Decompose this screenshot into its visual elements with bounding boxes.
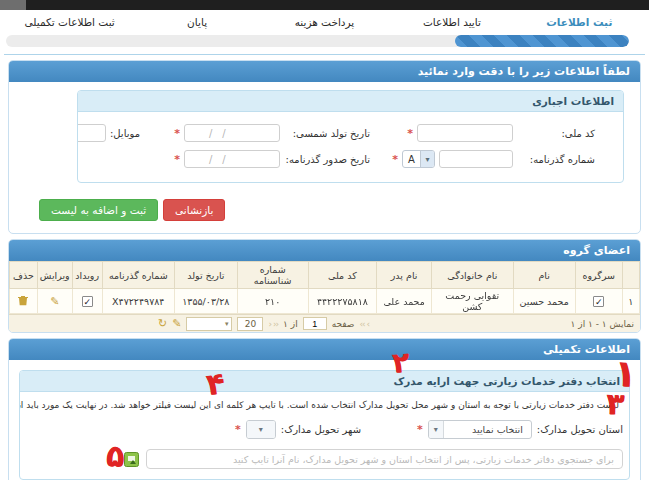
panel-required-info: لطفاً اطلاعات زیر را با دقت وارد نمائید …: [8, 60, 641, 234]
wizard-step-payment[interactable]: پرداخت هزینه: [261, 16, 388, 28]
required-asterisk: *: [174, 153, 180, 166]
passport-number-label: شماره گذرنامه:: [517, 154, 595, 165]
panel-group-title: اعضای گروه: [9, 240, 640, 261]
wizard-step-register-info[interactable]: ثبت اطلاعات: [516, 16, 643, 28]
col-last-name: نام خانوادگی: [432, 262, 513, 289]
required-asterisk: *: [407, 127, 413, 140]
table-pager: نمایش ۱ - ۱ از ۱ › ›› صفحه از ۱ ‹‹ ‹ 20 …: [9, 314, 640, 332]
national-id-label: کد ملی:: [517, 128, 595, 139]
pager-refresh-icon[interactable]: ↻: [158, 318, 167, 329]
col-certificate-no: شماره شناسنامه: [237, 262, 308, 289]
pager-page-label: صفحه: [332, 319, 355, 329]
wizard-progress-track: [6, 35, 629, 47]
passport-no-cell: X۴۷۲۲۴۹۷۸۴: [102, 289, 174, 314]
event-checkbox[interactable]: ✓: [82, 296, 93, 307]
col-passport-no: شماره گذرنامه: [102, 262, 174, 289]
field-passport-number: شماره گذرنامه: ▾ A *: [370, 150, 595, 168]
city-select[interactable]: ▾: [246, 420, 276, 439]
birth-date-input[interactable]: [184, 124, 280, 142]
mobile-label: موبایل:: [110, 128, 140, 139]
subpanel-mandatory: اطلاعات اجباری کد ملی: * تاریخ تولد شمسی…: [77, 90, 624, 183]
father-name-cell: محمد علی: [377, 289, 432, 314]
wizard-step-complementary-info[interactable]: ثبت اطلاعات تکمیلی: [6, 16, 133, 28]
wizard-step-finish[interactable]: پایان: [133, 16, 260, 28]
passport-number-input[interactable]: [439, 150, 513, 168]
panel-required-title: لطفاً اطلاعات زیر را با دقت وارد نمائید: [9, 61, 640, 82]
reset-button[interactable]: بازنشانی: [163, 199, 225, 221]
field-birth-date: تاریخ تولد شمسی: *: [140, 124, 370, 142]
col-event: رویداد: [72, 262, 102, 289]
national-id-input[interactable]: [417, 124, 513, 142]
birth-date-label: تاریخ تولد شمسی:: [284, 128, 370, 139]
pager-next-icon[interactable]: › ››: [360, 319, 370, 329]
office-search-input[interactable]: [146, 449, 623, 469]
province-label: استان تحویل مدارک:: [537, 424, 623, 435]
passport-issue-date-input[interactable]: [184, 150, 280, 168]
row-number-cell: ۱: [622, 289, 639, 314]
chevron-down-icon: ▾: [420, 151, 434, 167]
chevron-down-icon: ▾: [247, 421, 275, 438]
delete-row-icon[interactable]: [18, 295, 28, 306]
col-delete: حذف: [10, 262, 38, 289]
divider: [4, 54, 645, 55]
required-asterisk: *: [174, 127, 180, 140]
col-birth-date: تاریخ تولد: [174, 262, 237, 289]
pager-empty-select[interactable]: ▾: [186, 317, 232, 331]
field-national-id: کد ملی: *: [370, 124, 595, 142]
pager-page-input[interactable]: [303, 317, 327, 330]
pager-page-size-select[interactable]: 20: [237, 317, 263, 331]
table-header-row: سرگروه نام نام خانوادگی نام پدر کد ملی ش…: [10, 262, 640, 289]
passport-prefix-select[interactable]: ▾ A: [402, 150, 435, 168]
top-bar-corner: [0, 0, 26, 10]
panel-group-members: اعضای گروه سرگروه نام نام خانوادگی نام پ…: [8, 239, 641, 333]
birth-date-cell: ۱۳۵۵/۰۳/۲۸: [174, 289, 237, 314]
progress-fill: [455, 35, 629, 47]
first-name-cell: محمد حسین: [513, 289, 575, 314]
province-select[interactable]: انتخاب نمایید ▾: [428, 420, 532, 439]
mobile-input[interactable]: [77, 124, 106, 142]
panel-complementary-title: اطلاعات تکمیلی: [9, 339, 640, 360]
pager-showing-text: نمایش ۱ - ۱ از ۱: [571, 319, 634, 329]
submit-add-to-list-button[interactable]: ثبت و اضافه به لیست: [39, 199, 158, 221]
field-passport-issue-date: تاریخ صدور گذرنامه: *: [140, 150, 370, 168]
pager-edit-icon[interactable]: ✎: [172, 318, 181, 329]
table-row[interactable]: ۱ ✓ محمد حسین تقوایی رحمت کشن محمد علی ۴…: [10, 289, 640, 314]
chevron-down-icon: ▾: [429, 421, 444, 438]
city-label: شهر تحویل مدارک:: [281, 424, 361, 435]
required-asterisk: *: [417, 423, 423, 436]
pager-of-label: از ۱: [283, 319, 298, 329]
col-first-name: نام: [513, 262, 575, 289]
col-father-name: نام پدر: [377, 262, 432, 289]
col-row-number: [622, 262, 639, 289]
col-group-leader: سرگروه: [575, 262, 622, 289]
passport-issue-date-label: تاریخ صدور گذرنامه:: [284, 154, 370, 165]
panel-complementary-info: اطلاعات تکمیلی انتخاب دفتر خدمات زیارتی …: [8, 338, 641, 480]
wizard-step-confirm-info[interactable]: تایید اطلاعات: [388, 16, 515, 28]
browser-top-bar: [0, 0, 649, 10]
export-excel-icon[interactable]: [124, 452, 139, 467]
pager-prev-icon[interactable]: ‹‹ ‹: [268, 319, 278, 329]
edit-row-icon[interactable]: ✎: [50, 296, 59, 307]
required-asterisk: *: [392, 153, 398, 166]
group-members-table: سرگروه نام نام خانوادگی نام پدر کد ملی ش…: [9, 261, 640, 314]
chevron-down-icon: ▾: [225, 320, 229, 328]
mandatory-section-title: اطلاعات اجباری: [78, 91, 623, 112]
last-name-cell: تقوایی رحمت کشن: [432, 289, 513, 314]
office-help-text: لیست دفتر خدمات زیارتی با توجه به استان …: [20, 392, 629, 412]
subpanel-office-select: انتخاب دفتر خدمات زیارتی جهت ارایه مدرک …: [19, 370, 630, 480]
certificate-no-cell: ۲۱۰: [237, 289, 308, 314]
passport-prefix-value: A: [403, 154, 420, 165]
field-mobile: موبایل: *: [77, 124, 140, 142]
required-asterisk: *: [235, 423, 241, 436]
national-id-cell: ۴۴۲۲۲۷۵۸۱۸: [308, 289, 377, 314]
wizard-steps: ثبت اطلاعات تایید اطلاعات پرداخت هزینه پ…: [0, 16, 649, 28]
province-select-value: انتخاب نمایید: [444, 424, 531, 435]
group-leader-checkbox[interactable]: ✓: [593, 296, 604, 307]
col-national-id: کد ملی: [308, 262, 377, 289]
col-edit: ویرایش: [37, 262, 72, 289]
office-section-title: انتخاب دفتر خدمات زیارتی جهت ارایه مدرک: [20, 371, 629, 392]
